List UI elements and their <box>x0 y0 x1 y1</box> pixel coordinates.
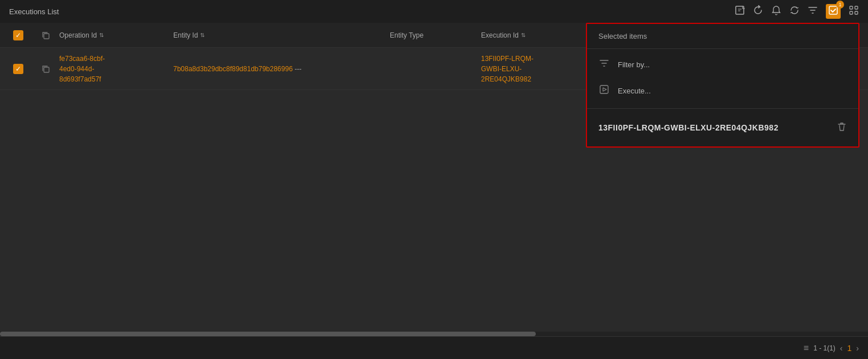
col-execution-id-sort-icon[interactable]: ⇅ <box>521 32 525 38</box>
dropdown-header: Selected items <box>587 24 858 46</box>
lines-icon: ≡ <box>804 343 809 353</box>
row-entity-id-cell: 7b08a8d3b29dbc8f89d81db79b286996 --- <box>173 64 390 73</box>
col-operation-id[interactable]: Operation Id ⇅ <box>59 31 173 39</box>
col-execution-id-label: Execution Id <box>481 31 519 39</box>
dropdown-divider-1 <box>587 48 858 49</box>
selected-items-dropdown: Selected items Filter by... Execute... 1… <box>586 23 859 148</box>
row-operation-id-cell: fe73caa6-8cbf- 4ed0-944d- 8d693f7ad57f <box>59 54 173 84</box>
header-toolbar: 1 <box>735 4 859 19</box>
footer: ≡ 1 - 1(1) ‹ 1 › <box>0 336 868 359</box>
export-icon[interactable] <box>735 5 745 18</box>
svg-rect-5 <box>855 11 858 14</box>
col-entity-type-label: Entity Type <box>390 31 423 39</box>
execute-item[interactable]: Execute... <box>587 77 858 104</box>
horizontal-scrollbar[interactable] <box>0 332 868 336</box>
row-copy-col[interactable] <box>32 64 59 74</box>
next-page-button[interactable]: › <box>856 344 859 353</box>
selected-item-id: 13FII0PF-LRQM-GWBI-ELXU-2RE04QJKB982 <box>598 123 779 132</box>
selection-icon[interactable]: 1 <box>826 4 841 19</box>
refresh-icon[interactable] <box>753 5 763 18</box>
pagination-controls: ≡ 1 - 1(1) ‹ 1 › <box>804 343 859 353</box>
notifications-icon[interactable] <box>771 5 781 18</box>
header-copy-col <box>32 31 59 40</box>
svg-rect-4 <box>850 11 853 14</box>
execute-icon <box>598 84 610 97</box>
svg-rect-1 <box>829 6 837 14</box>
header-checkbox-col <box>5 30 32 40</box>
col-operation-id-label: Operation Id <box>59 31 97 39</box>
col-entity-type[interactable]: Entity Type <box>390 31 481 39</box>
trash-icon[interactable] <box>837 121 847 134</box>
selection-badge: 1 <box>836 1 844 9</box>
current-page-number[interactable]: 1 <box>847 344 852 353</box>
sync-icon[interactable] <box>789 5 800 18</box>
pagination-text: 1 - 1(1) <box>813 344 836 352</box>
row-checkbox-col <box>5 64 32 74</box>
scrollbar-thumb[interactable] <box>0 332 536 336</box>
filter-icon[interactable] <box>808 5 818 18</box>
svg-rect-7 <box>44 67 49 72</box>
filter-by-icon <box>598 58 610 71</box>
svg-rect-6 <box>44 34 49 39</box>
col-entity-id-label: Entity Id <box>173 31 198 39</box>
filter-by-label: Filter by... <box>618 60 650 69</box>
header: Executions List <box>0 0 868 23</box>
prev-page-button[interactable]: ‹ <box>840 344 843 353</box>
page-title: Executions List <box>9 7 59 16</box>
svg-rect-3 <box>855 6 858 9</box>
svg-rect-2 <box>850 6 853 9</box>
filter-by-item[interactable]: Filter by... <box>587 51 858 77</box>
row-checkbox[interactable] <box>13 64 23 74</box>
entity-id-value[interactable]: 7b08a8d3b29dbc8f89d81db79b286996 --- <box>173 65 301 73</box>
svg-rect-8 <box>600 85 608 93</box>
operation-id-value[interactable]: fe73caa6-8cbf- 4ed0-944d- 8d693f7ad57f <box>59 54 173 84</box>
col-operation-sort-icon[interactable]: ⇅ <box>99 32 104 38</box>
select-all-checkbox[interactable] <box>13 30 23 40</box>
col-entity-id-sort-icon[interactable]: ⇅ <box>200 32 205 38</box>
execute-label: Execute... <box>618 87 651 95</box>
dropdown-selected-item: 13FII0PF-LRQM-GWBI-ELXU-2RE04QJKB982 <box>587 113 858 142</box>
grid-icon[interactable] <box>849 5 859 18</box>
dropdown-divider-2 <box>587 108 858 109</box>
col-entity-id[interactable]: Entity Id ⇅ <box>173 31 390 39</box>
